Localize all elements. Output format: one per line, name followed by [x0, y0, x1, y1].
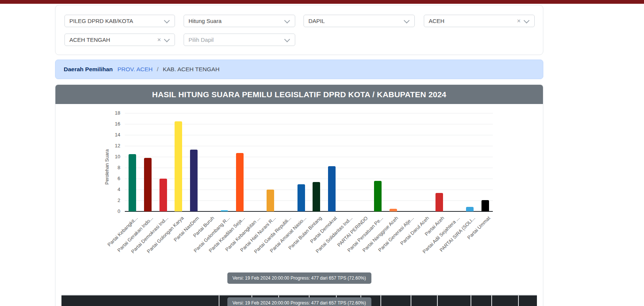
chevron-down-icon — [524, 18, 530, 24]
regency-select[interactable]: ACEH TENGAH × — [64, 34, 175, 46]
chart-bar-8[interactable] — [236, 153, 244, 211]
y-tick-label: 8 — [55, 165, 120, 170]
y-tick-label: 18 — [55, 110, 120, 116]
chevron-down-icon — [284, 18, 290, 24]
chevron-down-icon — [284, 37, 290, 43]
chart-bar-13[interactable] — [313, 182, 320, 211]
version-badge: Versi: 19 Feb 2024 20:00:00 Progress: 47… — [227, 272, 371, 284]
clear-icon[interactable]: × — [517, 15, 521, 27]
y-tick-label: 10 — [55, 154, 120, 159]
table-column-divider — [437, 295, 438, 306]
y-tick-label: 16 — [55, 121, 120, 127]
chart-bar-24[interactable] — [481, 200, 489, 211]
chart-bar-10[interactable] — [267, 190, 274, 211]
breadcrumb-province-link[interactable]: PROV. ACEH — [117, 66, 152, 72]
breadcrumb: Daerah Pemilihan PROV. ACEH / KAB. ACEH … — [55, 60, 543, 79]
province-select-value: ACEH — [429, 15, 515, 27]
table-column-divider — [471, 295, 471, 306]
table-column-divider — [411, 295, 411, 306]
dapil-select-placeholder: Pilih Dapil — [189, 34, 276, 46]
clear-icon[interactable]: × — [157, 34, 161, 46]
chart-bar-2[interactable] — [144, 158, 152, 211]
y-tick-label: 0 — [55, 208, 120, 214]
contest-select[interactable]: PILEG DPRD KAB/KOTA — [64, 15, 175, 27]
chart-bar-3[interactable] — [159, 179, 167, 211]
chart-bar-5[interactable] — [190, 150, 198, 211]
y-tick-label: 6 — [55, 176, 120, 181]
chart-bar-17[interactable] — [374, 181, 382, 211]
version-badge-table: Versi: 19 Feb 2024 20:00:00 Progress: 47… — [227, 297, 371, 306]
chart-title: HASIL HITUNG SUARA PEMILU LEGISLATIF DPR… — [55, 85, 543, 104]
chart-bar-4[interactable] — [175, 121, 182, 211]
regency-select-value: ACEH TENGAH — [69, 34, 156, 46]
x-axis-label: Partai Demokrat — [309, 215, 338, 244]
y-tick-label: 2 — [55, 197, 120, 203]
y-tick-label: 4 — [55, 187, 120, 192]
y-tick-label: 14 — [55, 132, 120, 138]
table-column-divider — [518, 295, 519, 306]
bar-chart: Perolehan Suara 181614121086420Partai Ke… — [55, 104, 543, 274]
gridline — [125, 113, 493, 113]
chevron-down-icon — [164, 18, 170, 24]
table-column-divider — [219, 295, 219, 306]
breadcrumb-separator: / — [157, 66, 158, 72]
view-mode-select-value: Hitung Suara — [189, 15, 276, 27]
chevron-down-icon — [164, 37, 170, 43]
contest-select-value: PILEG DPRD KAB/KOTA — [69, 15, 156, 27]
chevron-down-icon — [404, 18, 410, 24]
chart-bar-7[interactable] — [221, 210, 228, 211]
y-tick-label: 12 — [55, 143, 120, 148]
province-select[interactable]: ACEH × — [424, 15, 535, 27]
dapil-level-select-value: DAPIL — [308, 15, 396, 27]
breadcrumb-label: Daerah Pemilihan — [64, 66, 113, 72]
chart-bar-12[interactable] — [297, 184, 305, 212]
chart-bar-23[interactable] — [466, 207, 474, 211]
filter-panel: PILEG DPRD KAB/KOTA Hitung Suara DAPIL A… — [55, 5, 543, 55]
chart-bar-21[interactable] — [435, 193, 443, 211]
chart-bar-14[interactable] — [328, 166, 336, 211]
breadcrumb-current: KAB. ACEH TENGAH — [163, 66, 219, 72]
dapil-select[interactable]: Pilih Dapil — [184, 34, 295, 46]
chart-bar-18[interactable] — [389, 209, 397, 211]
table-column-divider — [491, 295, 492, 306]
dapil-level-select[interactable]: DAPIL — [304, 15, 415, 27]
chart-bar-1[interactable] — [129, 154, 136, 211]
view-mode-select[interactable]: Hitung Suara — [184, 15, 295, 27]
top-accent-bar — [0, 0, 644, 4]
results-card: HASIL HITUNG SUARA PEMILU LEGISLATIF DPR… — [55, 84, 543, 306]
table-column-divider — [380, 295, 381, 306]
